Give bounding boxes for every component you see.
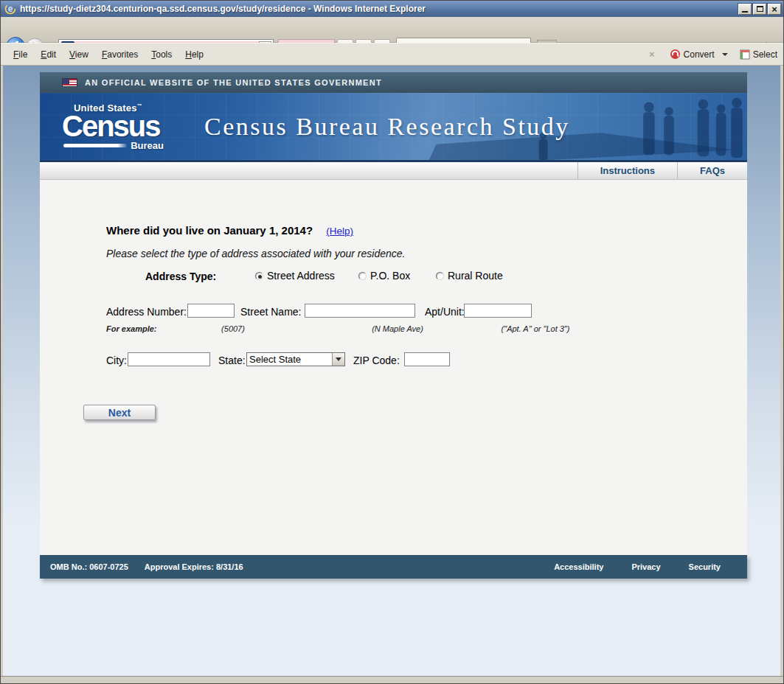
menu-view[interactable]: View bbox=[63, 46, 95, 63]
zip-code-label: ZIP Code: bbox=[353, 355, 400, 366]
question-text: Where did you live on January 1, 2014? bbox=[106, 224, 313, 237]
maximize-icon bbox=[757, 6, 763, 12]
nav-faqs-link[interactable]: FAQs bbox=[677, 162, 747, 179]
pdf-convert-icon bbox=[670, 49, 681, 60]
omb-number: OMB No.: 0607-0725 bbox=[50, 562, 128, 571]
logo-census: Census bbox=[62, 114, 164, 139]
menu-bar: File Edit View Favorites Tools Help × Co… bbox=[1, 43, 783, 66]
window-bottom-frame bbox=[1, 676, 783, 683]
ie-logo-icon: e bbox=[4, 3, 16, 15]
state-label: State: bbox=[218, 355, 246, 366]
menu-file[interactable]: File bbox=[7, 46, 34, 63]
menu-favorites[interactable]: Favorites bbox=[95, 46, 145, 63]
menu-help[interactable]: Help bbox=[178, 46, 210, 63]
addon-close-icon: × bbox=[649, 49, 655, 60]
help-link[interactable]: (Help) bbox=[326, 226, 353, 237]
question-subtitle: Please select the type of address associ… bbox=[106, 248, 405, 259]
browser-window: e https://study-dietz304.centurion-qa.ss… bbox=[0, 0, 784, 684]
address-type-label: Address Type: bbox=[145, 271, 216, 282]
footer-privacy-link[interactable]: Privacy bbox=[631, 562, 660, 571]
page-viewport: AN OFFICIAL WEBSITE OF THE UNITED STATES… bbox=[3, 66, 780, 676]
state-select[interactable]: Select State bbox=[246, 352, 345, 366]
city-input[interactable] bbox=[128, 352, 210, 366]
census-bureau-logo: United States™ Census Bureau bbox=[62, 102, 164, 151]
official-banner: AN OFFICIAL WEBSITE OF THE UNITED STATES… bbox=[40, 72, 747, 93]
state-select-dropdown-button[interactable] bbox=[332, 353, 344, 366]
logo-underline bbox=[63, 144, 127, 147]
example-street-name: (N Maple Ave) bbox=[372, 324, 423, 333]
radio-button-icon[interactable] bbox=[436, 272, 444, 280]
logo-trademark: ™ bbox=[137, 102, 142, 108]
address-number-input[interactable] bbox=[187, 304, 235, 318]
close-icon: × bbox=[771, 4, 777, 14]
street-name-input[interactable] bbox=[305, 304, 415, 318]
apt-unit-label: Apt/Unit: bbox=[425, 306, 465, 318]
convert-button[interactable]: Convert bbox=[670, 49, 735, 60]
page-container: AN OFFICIAL WEBSITE OF THE UNITED STATES… bbox=[40, 72, 747, 579]
footer-accessibility-link[interactable]: Accessibility bbox=[554, 562, 603, 571]
nav-bar: Instructions FAQs bbox=[40, 162, 747, 180]
logo-bureau: Bureau bbox=[131, 140, 164, 151]
census-header: United States™ Census Bureau Census Bure… bbox=[40, 93, 747, 162]
window-title: https://study-dietz304.centurion-qa.ssd.… bbox=[20, 4, 738, 14]
minimize-icon bbox=[742, 11, 748, 13]
radio-po-box-label[interactable]: P.O. Box bbox=[370, 270, 410, 282]
street-name-label: Street Name: bbox=[240, 306, 301, 318]
state-select-value: Select State bbox=[247, 354, 332, 365]
footer-security-link[interactable]: Security bbox=[689, 562, 721, 571]
chevron-down-icon bbox=[336, 357, 341, 361]
city-label: City: bbox=[106, 355, 127, 366]
radio-button-icon[interactable] bbox=[255, 272, 263, 280]
svg-text:e: e bbox=[8, 4, 13, 14]
radio-button-icon[interactable] bbox=[358, 272, 367, 280]
menu-edit[interactable]: Edit bbox=[34, 46, 63, 63]
us-flag-icon bbox=[62, 78, 77, 87]
radio-street-address[interactable]: Street Address bbox=[255, 270, 335, 282]
maximize-button[interactable] bbox=[753, 4, 766, 15]
radio-street-address-label[interactable]: Street Address bbox=[267, 270, 335, 282]
convert-dropdown-icon[interactable] bbox=[722, 53, 728, 56]
radio-rural-route-label[interactable]: Rural Route bbox=[448, 270, 503, 282]
select-label: Select bbox=[753, 49, 777, 60]
title-bar: e https://study-dietz304.centurion-qa.ss… bbox=[1, 1, 783, 17]
select-button[interactable]: Select bbox=[740, 49, 777, 60]
example-apt-unit: ("Apt. A" or "Lot 3") bbox=[502, 324, 570, 333]
browser-toolbar: https://study-dietz304.centurion-qa.ssd.… bbox=[1, 17, 783, 43]
nav-instructions-link[interactable]: Instructions bbox=[577, 162, 677, 179]
zip-code-input[interactable] bbox=[404, 352, 450, 366]
select-icon bbox=[740, 49, 750, 60]
close-button[interactable]: × bbox=[768, 4, 781, 15]
apt-unit-input[interactable] bbox=[464, 304, 532, 318]
address-number-label: Address Number: bbox=[106, 306, 187, 318]
radio-po-box[interactable]: P.O. Box bbox=[358, 270, 410, 282]
official-banner-text: AN OFFICIAL WEBSITE OF THE UNITED STATES… bbox=[85, 78, 382, 87]
form-area: Where did you live on January 1, 2014? (… bbox=[40, 180, 747, 555]
minimize-button[interactable] bbox=[738, 4, 752, 15]
approval-expires: Approval Expires: 8/31/16 bbox=[145, 562, 243, 571]
page-footer: OMB No.: 0607-0725 Approval Expires: 8/3… bbox=[40, 555, 747, 579]
example-prefix: For example: bbox=[106, 324, 156, 333]
page-title: Census Bureau Research Study bbox=[204, 113, 570, 141]
radio-rural-route[interactable]: Rural Route bbox=[436, 270, 503, 282]
convert-label: Convert bbox=[684, 49, 715, 60]
menu-tools[interactable]: Tools bbox=[145, 46, 178, 63]
example-address-number: (5007) bbox=[221, 324, 245, 333]
next-button[interactable]: Next bbox=[83, 405, 156, 420]
